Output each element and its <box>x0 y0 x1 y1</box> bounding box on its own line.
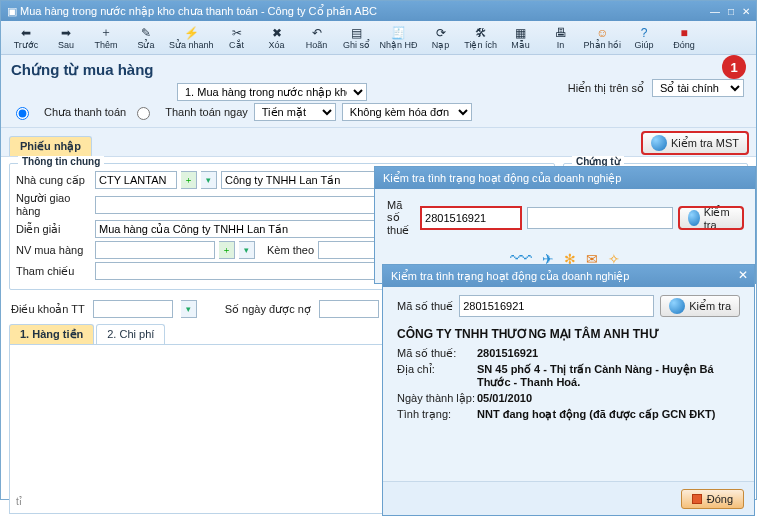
dialog2-title: Kiểm tra tình trạng hoạt động của doanh … <box>383 172 621 185</box>
radio-not-paid-label: Chưa thanh toán <box>44 106 126 119</box>
tb-cut[interactable]: ✂Cắt <box>218 22 256 54</box>
help-icon: ? <box>637 26 651 40</box>
description-label: Diễn giải <box>16 223 91 236</box>
book-icon: ▤ <box>350 26 364 40</box>
supplier-label: Nhà cung cấp <box>16 174 91 187</box>
close-app-icon: ■ <box>677 26 691 40</box>
tb-add[interactable]: ＋Thêm <box>87 22 125 54</box>
tb-feedback[interactable]: ☺Phản hồi <box>582 22 624 54</box>
payment-method-select[interactable]: Tiền mặt <box>254 103 336 121</box>
tb-delete[interactable]: ✖Xóa <box>258 22 296 54</box>
badge-1: 1 <box>722 55 746 79</box>
company-name: CÔNG TY TNHH THƯƠNG MẠI TÂM ANH THƯ <box>397 327 740 341</box>
tb-write[interactable]: ▤Ghi sổ <box>338 22 376 54</box>
tb-undo[interactable]: ↶Hoãn <box>298 22 336 54</box>
dialog3-close-icon[interactable]: ✕ <box>738 268 748 282</box>
founded-value: 05/01/2010 <box>477 392 740 405</box>
dialog2-mst-input-ext[interactable] <box>527 207 673 229</box>
template-icon: ▦ <box>514 26 528 40</box>
print-icon: 🖶 <box>554 26 568 40</box>
book-select[interactable]: Sổ tài chính <box>652 79 744 97</box>
tab-receipt[interactable]: Phiếu nhập <box>9 136 92 156</box>
dialog-mst-result: Kiểm tra tình trạng hoạt động của doanh … <box>382 264 755 516</box>
window-title: Mua hàng trong nước nhập kho chưa thanh … <box>20 5 377 17</box>
radio-pay-now[interactable] <box>137 107 150 120</box>
deliverer-label: Người giao hàng <box>16 192 91 217</box>
grid-placeholder: tỉ <box>16 496 22 507</box>
receipt-tabbar: Phiếu nhập Kiểm tra MST <box>1 128 756 157</box>
supplier-add-icon[interactable]: ＋ <box>181 171 197 189</box>
trash-icon: ✖ <box>270 26 284 40</box>
tab-money[interactable]: 1. Hàng tiền <box>9 324 94 344</box>
maximize-icon[interactable]: □ <box>728 6 734 17</box>
buyer-input[interactable] <box>95 241 215 259</box>
buyer-label: NV mua hàng <box>16 244 91 256</box>
dialog2-check-button[interactable]: Kiểm tra <box>679 207 743 229</box>
buyer-add-icon[interactable]: ＋ <box>219 241 235 259</box>
app-icon: ▣ <box>7 5 17 17</box>
dialog3-mst-label: Mã số thuế <box>397 300 453 313</box>
scissors-icon: ✂ <box>230 26 244 40</box>
display-label: Hiển thị trên sổ <box>568 82 644 95</box>
mst-key: Mã số thuế: <box>397 347 477 360</box>
stop-icon <box>692 494 702 504</box>
reference-label: Tham chiếu <box>16 265 91 278</box>
days-input[interactable] <box>319 300 379 318</box>
globe-icon <box>688 210 700 226</box>
arrow-right-icon: ➡ <box>59 26 73 40</box>
window-controls: — □ ✕ <box>710 6 750 17</box>
receipt-icon: 🧾 <box>392 26 406 40</box>
tb-edit[interactable]: ✎Sửa <box>127 22 165 54</box>
supplier-dropdown-icon[interactable]: ▾ <box>201 171 217 189</box>
flash-icon: ⚡ <box>184 26 198 40</box>
tb-receive[interactable]: 🧾Nhận HĐ <box>378 22 420 54</box>
globe-icon <box>669 298 685 314</box>
header-right: Hiển thị trên sổ Sổ tài chính <box>568 79 744 97</box>
founded-key: Ngày thành lập: <box>397 392 477 405</box>
general-legend: Thông tin chung <box>18 156 104 167</box>
undo-icon: ↶ <box>310 26 324 40</box>
status-value: NNT đang hoạt động (đã được cấp GCN ĐKT) <box>477 408 740 421</box>
dialog2-titlebar: Kiểm tra tình trạng hoạt động của doanh … <box>375 167 755 189</box>
dialog3-check-button[interactable]: Kiểm tra <box>660 295 740 317</box>
tb-load[interactable]: ⟳Nạp <box>422 22 460 54</box>
tt-input[interactable] <box>93 300 173 318</box>
dialog2-mst-input[interactable] <box>421 207 521 229</box>
invoice-attach-select[interactable]: Không kèm hóa đơn <box>342 103 472 121</box>
plus-icon: ＋ <box>99 26 113 40</box>
status-key: Tình trạng: <box>397 408 477 421</box>
mst-value: 2801516921 <box>477 347 740 360</box>
radio-not-paid[interactable] <box>16 107 29 120</box>
tb-utilities[interactable]: 🛠Tiện ích <box>462 22 500 54</box>
tt-dropdown-icon[interactable]: ▾ <box>181 300 197 318</box>
addr-value: SN 45 phố 4 - Thị trấn Cành Nàng - Huyện… <box>477 363 740 389</box>
close-icon[interactable]: ✕ <box>742 6 750 17</box>
buyer-dropdown-icon[interactable]: ▾ <box>239 241 255 259</box>
tab-cost[interactable]: 2. Chi phí <box>96 324 165 344</box>
purchase-type-select[interactable]: 1. Mua hàng trong nước nhập kho <box>177 83 367 101</box>
titlebar: ▣ Mua hàng trong nước nhập kho chưa than… <box>1 1 756 21</box>
dialog3-titlebar: Kiểm tra tình trạng hoạt động của doanh … <box>383 265 754 287</box>
feedback-icon: ☺ <box>595 26 609 40</box>
tb-next[interactable]: ➡Sau <box>47 22 85 54</box>
toolbar: ⬅Trước ➡Sau ＋Thêm ✎Sửa ⚡Sửa nhanh ✂Cắt ✖… <box>1 21 756 55</box>
tb-close[interactable]: ■Đóng <box>665 22 703 54</box>
doc-title: Chứng từ mua hàng <box>11 61 746 79</box>
tb-back[interactable]: ⬅Trước <box>7 22 45 54</box>
dialog3-footer: Đóng <box>383 481 754 515</box>
supplier-code-input[interactable] <box>95 171 177 189</box>
globe-icon <box>651 135 667 151</box>
radio-pay-now-label: Thanh toán ngay <box>165 106 248 118</box>
check-mst-button[interactable]: Kiểm tra MST <box>642 132 748 154</box>
pencil-icon: ✎ <box>139 26 153 40</box>
days-label: Số ngày được nợ <box>225 303 311 316</box>
dialog3-mst-input[interactable] <box>459 295 654 317</box>
refresh-icon: ⟳ <box>434 26 448 40</box>
tb-template[interactable]: ▦Mẫu <box>502 22 540 54</box>
tb-help[interactable]: ?Giúp <box>625 22 663 54</box>
dialog3-close-button[interactable]: Đóng <box>681 489 744 509</box>
dialog3-title: Kiểm tra tình trạng hoạt động của doanh … <box>391 270 629 283</box>
minimize-icon[interactable]: — <box>710 6 720 17</box>
tb-print[interactable]: 🖶In <box>542 22 580 54</box>
tb-quickedit[interactable]: ⚡Sửa nhanh <box>167 22 216 54</box>
